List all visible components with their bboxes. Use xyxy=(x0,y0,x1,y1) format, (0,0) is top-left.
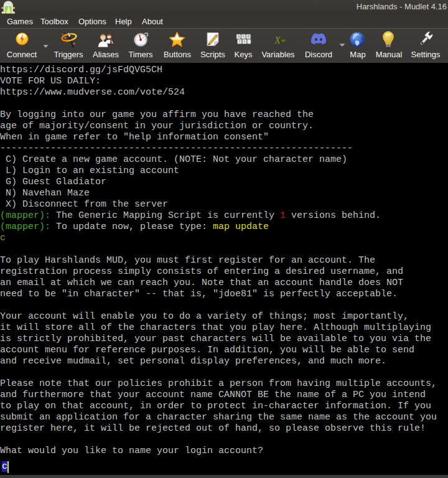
svg-text:s: s xyxy=(243,34,245,39)
svg-text:d: d xyxy=(248,34,250,39)
svg-text:z: z xyxy=(239,39,241,44)
